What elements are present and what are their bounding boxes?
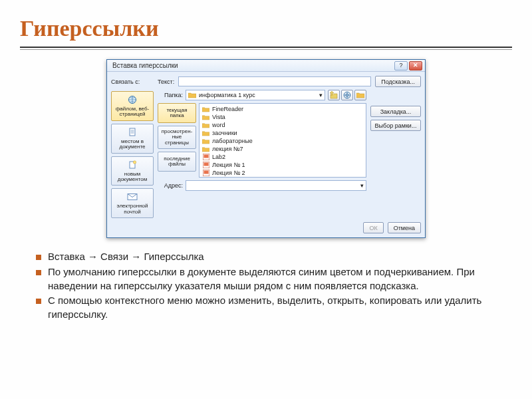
dialog-titlebar[interactable]: Вставка гиперссылки ? ✕ (107, 60, 425, 72)
file-list[interactable]: FineReaderVistawordзаочникилабораторныел… (199, 103, 366, 178)
browse-browsed-pages[interactable]: просмотрен- ные страницы (158, 126, 196, 149)
linkto-place-in-doc[interactable]: местом в документе (111, 124, 154, 154)
link-to-column: файлом, веб- страницей местом в документ… (111, 90, 154, 218)
folder-icon (202, 122, 209, 128)
file-name: Лекция № 3 (212, 177, 245, 178)
close-window-button[interactable]: ✕ (409, 61, 422, 70)
up-folder-button[interactable] (328, 90, 340, 100)
browse-web-button[interactable] (341, 90, 353, 100)
slide-title: Гиперссылки (0, 0, 532, 47)
list-item: С помощью контекстного меню можно измени… (36, 294, 504, 321)
lookin-label: Папка: (158, 92, 183, 98)
target-frame-button[interactable]: Выбор рамки... (370, 120, 421, 131)
chevron-down-icon: ▾ (360, 182, 364, 189)
ok-button[interactable]: ОК (363, 222, 383, 233)
bullet-icon (36, 299, 41, 304)
file-name: Лекция № 2 (212, 169, 245, 177)
file-item[interactable]: лабораторные (201, 137, 364, 145)
svg-rect-1 (130, 128, 135, 136)
linkto-existing-file[interactable]: файлом, веб- страницей (111, 91, 154, 121)
bullet-list: Вставка → Связи → Гиперссылка По умолчан… (0, 250, 532, 321)
list-item: Вставка → Связи → Гиперссылка (36, 250, 504, 264)
address-label: Адрес: (158, 182, 183, 189)
link-to-label: Связать с: (111, 78, 154, 85)
linkto-label-3: электронной почтой (113, 203, 152, 215)
title-rule-thin (20, 49, 512, 50)
linkto-new-document[interactable]: новым документом (111, 156, 154, 186)
address-combo[interactable]: ▾ (186, 180, 366, 191)
lookin-combo[interactable]: информатика 1 курс ▾ (186, 90, 325, 100)
list-item: По умолчанию гиперссылки в документе выд… (36, 265, 504, 293)
folder-icon (202, 114, 209, 120)
linkto-label-0: файлом, веб- страницей (113, 106, 152, 118)
svg-point-3 (133, 160, 136, 163)
bullet-icon (36, 270, 41, 275)
linkto-label-2: новым документом (113, 172, 152, 183)
help-window-button[interactable]: ? (394, 61, 408, 70)
bullet-text-2: С помощью контекстного меню можно измени… (48, 294, 504, 321)
linkto-email[interactable]: электронной почтой (111, 188, 154, 218)
file-name: word (212, 121, 225, 129)
bookmark-button[interactable]: Закладка... (370, 106, 421, 117)
file-item[interactable]: word (201, 121, 364, 129)
title-rule (20, 47, 512, 48)
browse-current-folder[interactable]: текущая папка (158, 103, 196, 123)
ppt-icon (202, 162, 209, 168)
dialog-title: Вставка гиперссылки (112, 62, 178, 69)
new-doc-icon (126, 160, 138, 170)
file-item[interactable]: Vista (201, 113, 364, 121)
cancel-button[interactable]: Отмена (388, 222, 421, 233)
file-name: Lab2 (212, 153, 225, 161)
lookin-value: информатика 1 курс (199, 92, 255, 98)
file-item[interactable]: Лекция № 2 (201, 169, 364, 177)
file-name: FineReader (212, 105, 243, 113)
linkto-label-1: местом в документе (113, 139, 152, 150)
svg-rect-8 (203, 155, 208, 158)
folder-icon (202, 106, 209, 112)
screentip-button[interactable]: Подсказка... (375, 76, 421, 87)
file-name: лабораторные (212, 137, 253, 145)
ppt-icon (202, 170, 209, 176)
file-item[interactable]: лекция №7 (201, 145, 364, 153)
bullet-icon (36, 255, 41, 260)
svg-rect-10 (203, 163, 208, 166)
file-item[interactable]: Лекция № 1 (201, 161, 364, 169)
file-item[interactable]: FineReader (201, 105, 364, 113)
file-name: Vista (212, 113, 225, 121)
bullet-text-1: По умолчанию гиперссылки в документе выд… (48, 265, 504, 293)
globe-icon (126, 94, 138, 105)
folder-icon (188, 92, 196, 98)
text-label: Текст: (158, 78, 174, 85)
folder-icon (202, 146, 209, 152)
svg-rect-12 (203, 171, 208, 174)
insert-hyperlink-dialog: Вставка гиперссылки ? ✕ Связать с: Текст… (106, 59, 426, 238)
ppt-icon (202, 154, 209, 160)
browse-file-button[interactable] (354, 90, 366, 100)
file-name: заочники (212, 129, 237, 137)
file-name: лекция №7 (212, 145, 243, 153)
text-input[interactable] (178, 76, 371, 86)
file-item[interactable]: заочники (201, 129, 364, 137)
file-name: Лекция № 1 (212, 161, 245, 169)
mail-icon (126, 192, 138, 202)
browse-recent-files[interactable]: последние файлы (158, 152, 196, 172)
file-item[interactable]: Лекция № 3 (201, 177, 364, 178)
chevron-down-icon: ▾ (319, 92, 323, 98)
folder-icon (202, 130, 209, 136)
file-item[interactable]: Lab2 (201, 153, 364, 161)
folder-icon (202, 138, 209, 144)
bullet-text-0: Вставка → Связи → Гиперссылка (48, 250, 504, 264)
doc-anchor-icon (126, 127, 138, 138)
